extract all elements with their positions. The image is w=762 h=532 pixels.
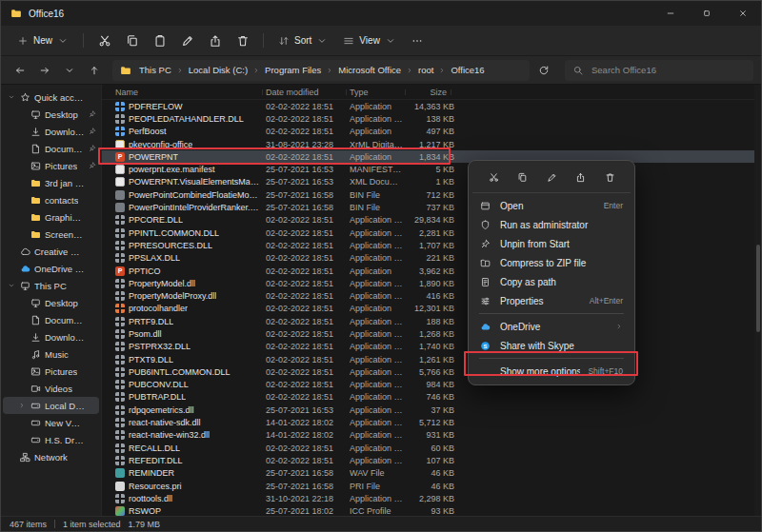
sidebar-item-this-pc[interactable]: This PC bbox=[3, 277, 99, 294]
up-button[interactable] bbox=[83, 59, 106, 82]
breadcrumb-item-program-files[interactable]: Program Files bbox=[262, 64, 324, 76]
file-row-pstprx32-dll[interactable]: PSTPRX32.DLL02-02-2022 18:51Application … bbox=[102, 341, 754, 353]
file-row-powerpnt-visualelementsmanifest[interactable]: POWERPNT.VisualElementsManifest25-07-202… bbox=[102, 176, 754, 188]
file-row-pub6intl-common-dll[interactable]: PUB6INTL.COMMON.DLL02-02-2022 18:51Appli… bbox=[102, 365, 754, 378]
breadcrumb-chevron-icon[interactable] bbox=[437, 67, 447, 74]
file-row-react-native-win32-dll[interactable]: react-native-win32.dll14-01-2022 18:02Ap… bbox=[102, 429, 754, 442]
sidebar-item-new-volume-d[interactable]: New Volume (D:) bbox=[3, 414, 99, 431]
breadcrumb-item-office16[interactable]: Office16 bbox=[448, 64, 487, 76]
menu-item-unpin-from-start[interactable]: Unpin from Start bbox=[472, 234, 631, 253]
file-row-pdfreflow[interactable]: PDFREFLOW02-02-2022 18:51Application14,3… bbox=[102, 100, 754, 112]
breadcrumb-item-microsoft-office[interactable]: Microsoft Office bbox=[335, 64, 404, 76]
file-row-recall-dll[interactable]: RECALL.DLL02-02-2022 18:51Application ex… bbox=[102, 442, 754, 454]
scrollbar-thumb[interactable] bbox=[756, 245, 760, 332]
file-row-rswop[interactable]: RSWOP25-07-2021 18:02ICC Profile93 KB bbox=[102, 505, 754, 517]
file-row-propertymodel-dll[interactable]: PropertyModel.dll02-02-2022 18:51Applica… bbox=[102, 277, 754, 289]
sidebar-item-quick-access[interactable]: Quick access bbox=[3, 89, 99, 106]
share-button[interactable] bbox=[202, 29, 228, 53]
sidebar-item-downloads[interactable]: Downloads bbox=[3, 123, 99, 140]
copy-button[interactable] bbox=[119, 29, 145, 53]
file-row-reminder[interactable]: REMINDER25-07-2021 16:58WAV File46 KB bbox=[102, 467, 754, 480]
file-row-perfboost[interactable]: PerfBoost02-02-2022 18:51Application497 … bbox=[102, 126, 754, 138]
new-button[interactable]: New bbox=[10, 31, 75, 50]
file-row-ppintl-common-dll[interactable]: PPINTL.COMMON.DLL02-02-2022 18:51Applica… bbox=[102, 227, 754, 239]
sidebar-item-documents[interactable]: Documents bbox=[3, 311, 99, 328]
file-row-pubtrap-dll[interactable]: PUBTRAP.DLL02-02-2022 18:51Application e… bbox=[102, 391, 754, 404]
file-row-pkeyconfig-office[interactable]: pkeyconfig-office31-08-2021 23:28XrML Di… bbox=[102, 138, 754, 150]
sidebar-item-network[interactable]: Network bbox=[3, 448, 99, 465]
column-header-date-modified[interactable]: Date modified bbox=[266, 88, 350, 97]
file-row-psom-dll[interactable]: Psom.dll02-02-2022 18:51Application exte… bbox=[102, 327, 754, 340]
sidebar-item-pictures[interactable]: Pictures bbox=[3, 363, 99, 380]
file-row-powerpnt[interactable]: PPOWERPNT02-02-2022 18:51Application1,83… bbox=[102, 150, 754, 163]
menu-item-compress-to-zip-file[interactable]: Compress to ZIP file bbox=[472, 253, 631, 272]
sidebar-item-documents[interactable]: Documents bbox=[3, 140, 99, 157]
forward-button[interactable] bbox=[33, 59, 56, 82]
menu-item-show-more-options[interactable]: Show more optionsShift+F10 bbox=[472, 362, 631, 381]
file-row-powerpointcombinedfloatiemodel-bin[interactable]: PowerPointCombinedFloatieModel.bin25-07-… bbox=[102, 188, 754, 201]
minimize-button[interactable] bbox=[652, 1, 689, 26]
sidebar-item-3rd-jan-second-arti[interactable]: 3rd jan second arti... bbox=[3, 174, 99, 191]
recent-locations-button[interactable] bbox=[58, 59, 81, 82]
sidebar-item-contacts[interactable]: contacts bbox=[3, 191, 99, 208]
more-options-button[interactable] bbox=[405, 29, 431, 53]
sidebar-item-downloads[interactable]: Downloads bbox=[3, 328, 99, 345]
menu-item-copy-as-path[interactable]: Copy as path bbox=[472, 272, 631, 291]
context-cut-button[interactable] bbox=[482, 167, 505, 187]
vertical-scrollbar[interactable] bbox=[754, 85, 761, 516]
context-delete-button[interactable] bbox=[598, 167, 621, 187]
breadcrumb-item-root[interactable]: root bbox=[415, 64, 436, 76]
file-row-protocolhandler[interactable]: protocolhandler02-02-2022 18:51Applicati… bbox=[102, 303, 754, 315]
delete-button[interactable] bbox=[230, 29, 255, 53]
search-input[interactable] bbox=[590, 64, 746, 76]
file-row-ppcore-dll[interactable]: PPCORE.DLL02-02-2022 18:51Application ex… bbox=[102, 214, 754, 227]
chevron-right-icon[interactable] bbox=[18, 402, 27, 409]
breadcrumb-chevron-icon[interactable] bbox=[405, 67, 414, 74]
file-row-pptico[interactable]: PPPTICO02-02-2022 18:51Application3,962 … bbox=[102, 265, 754, 277]
sidebar-item-pictures[interactable]: Pictures bbox=[3, 157, 99, 174]
sidebar-item-graphics-for-af-pro[interactable]: Graphics for AF pro... bbox=[3, 208, 99, 226]
file-row-powerpointintelproviderranker-bin[interactable]: PowerPointIntelProviderRanker.bin25-07-2… bbox=[102, 201, 754, 213]
sidebar-item-desktop[interactable]: Desktop bbox=[3, 294, 99, 311]
sidebar-item-desktop[interactable]: Desktop bbox=[3, 106, 99, 123]
sidebar-item-videos[interactable]: Videos bbox=[3, 380, 99, 397]
menu-item-run-as-administrator[interactable]: Run as administrator bbox=[472, 215, 631, 234]
menu-item-open[interactable]: OpenEnter bbox=[472, 196, 631, 215]
rename-button[interactable] bbox=[174, 29, 200, 53]
sidebar-item-h-s-drive-e[interactable]: H.S. Drive (E:) bbox=[3, 431, 99, 448]
breadcrumb-chevron-icon[interactable] bbox=[175, 67, 185, 74]
breadcrumb-item-this-pc[interactable]: This PC bbox=[136, 64, 174, 76]
file-row-react-native-sdk-dll[interactable]: react-native-sdk.dll14-01-2022 18:02Appl… bbox=[102, 416, 754, 428]
sidebar-item-creative-cloud-files[interactable]: Creative Cloud Files bbox=[3, 243, 99, 260]
file-row-propertymodelproxy-dll[interactable]: PropertyModelProxy.dll02-02-2022 18:51Ap… bbox=[102, 289, 754, 302]
file-row-refedit-dll[interactable]: REFEDIT.DLL02-02-2022 18:51Application e… bbox=[102, 454, 754, 466]
context-share-button[interactable] bbox=[570, 167, 592, 187]
breadcrumb-item-local-disk-c[interactable]: Local Disk (C:) bbox=[186, 64, 251, 76]
sidebar-item-onedrive-personal[interactable]: OneDrive - Personal bbox=[3, 260, 99, 277]
file-row-ppresources-dll[interactable]: PPRESOURCES.DLL02-02-2022 18:51Applicati… bbox=[102, 239, 754, 251]
context-rename-button[interactable] bbox=[540, 167, 563, 187]
breadcrumb-chevron-icon[interactable] bbox=[325, 67, 334, 74]
file-row-resources-pri[interactable]: Resources.pri25-07-2021 16:58PRI File46 … bbox=[102, 480, 754, 492]
menu-item-onedrive[interactable]: OneDrive bbox=[472, 317, 631, 336]
menu-item-properties[interactable]: PropertiesAlt+Enter bbox=[472, 291, 631, 310]
column-header-name[interactable]: Name bbox=[115, 88, 266, 97]
column-header-type[interactable]: Type bbox=[350, 88, 409, 97]
close-button[interactable] bbox=[725, 1, 761, 26]
file-row-peopledatahandler-dll[interactable]: PEOPLEDATAHANDLER.DLL02-02-2022 18:51App… bbox=[102, 112, 754, 125]
sidebar-item-music[interactable]: Music bbox=[3, 345, 99, 363]
cut-button[interactable] bbox=[91, 29, 117, 53]
maximize-button[interactable] bbox=[689, 1, 725, 26]
breadcrumb-chevron-icon[interactable] bbox=[251, 67, 261, 74]
view-button[interactable]: View bbox=[336, 31, 403, 50]
context-copy-button[interactable] bbox=[511, 167, 534, 187]
file-row-prtf9-dll[interactable]: PRTF9.DLL02-02-2022 18:51Application ext… bbox=[102, 315, 754, 327]
refresh-button[interactable] bbox=[532, 59, 555, 82]
sidebar-item-local-disk-c[interactable]: Local Disk (C:) bbox=[3, 397, 99, 414]
file-row-pubconv-dll[interactable]: PUBCONV.DLL02-02-2022 18:51Application e… bbox=[102, 379, 754, 391]
file-row-rdpqoemetrics-dll[interactable]: rdpqoemetrics.dll25-07-2021 16:53Applica… bbox=[102, 404, 754, 416]
file-row-roottools-dll[interactable]: roottools.dll31-10-2021 22:18Application… bbox=[102, 492, 754, 504]
sort-button[interactable]: Sort bbox=[271, 31, 334, 50]
chevron-down-icon[interactable] bbox=[8, 93, 16, 101]
menu-item-share-with-skype[interactable]: SShare with Skype bbox=[472, 336, 631, 355]
